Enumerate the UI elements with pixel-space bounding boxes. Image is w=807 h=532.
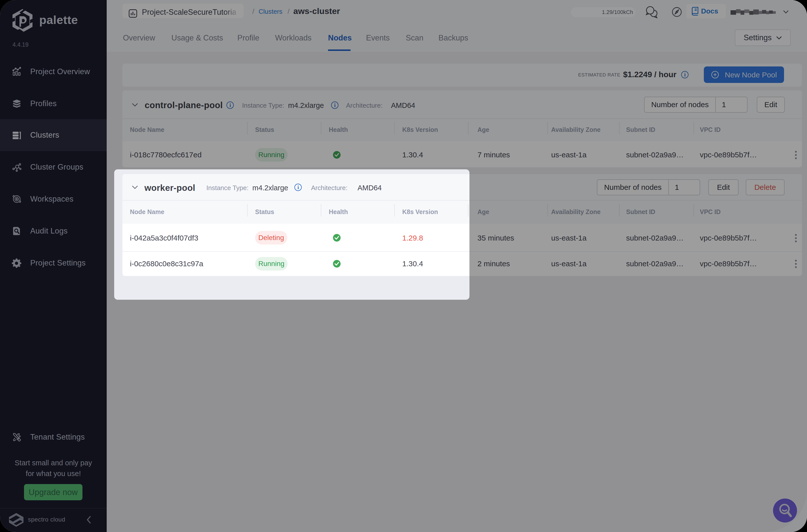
svg-text:i: i — [684, 72, 686, 77]
svg-text:i: i — [230, 102, 231, 108]
svg-text:i: i — [334, 102, 336, 108]
